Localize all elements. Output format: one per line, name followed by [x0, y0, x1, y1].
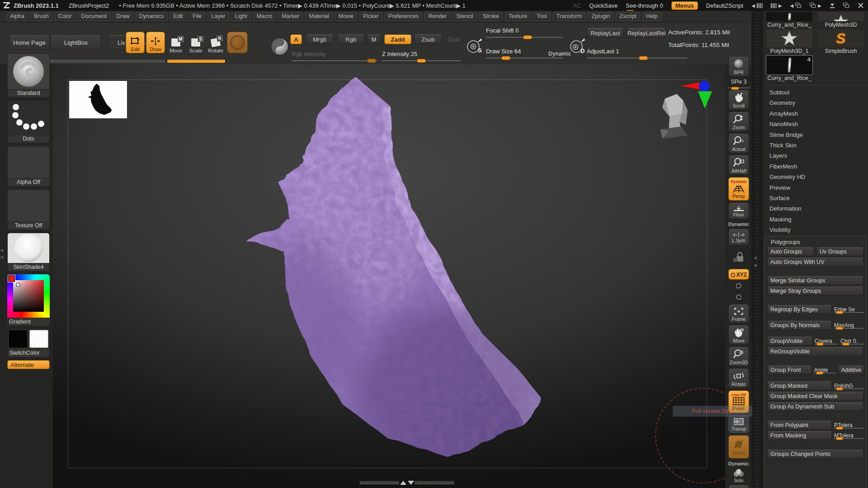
xpose-button[interactable]: Xpose — [728, 485, 749, 488]
subpalette-header[interactable]: Layers — [763, 150, 868, 161]
from-polypaint-button[interactable]: From Polypaint — [767, 421, 832, 430]
menu-item[interactable]: Light — [231, 12, 251, 21]
subpalette-header[interactable]: Geometry HD — [763, 172, 868, 182]
palette-cycle-left[interactable]: ◀ — [790, 3, 802, 8]
aahalf-button[interactable]: AAHalf — [728, 155, 749, 175]
spix-slider[interactable]: SPix 3 — [727, 79, 750, 88]
menu-item[interactable]: Edit — [170, 12, 187, 21]
menu-item[interactable]: Render — [425, 12, 450, 21]
transp-button[interactable]: Transp — [728, 415, 749, 433]
menu-item[interactable]: Stroke — [479, 12, 503, 21]
scrubber-texture[interactable] — [359, 481, 399, 485]
z-intensity-handle[interactable] — [417, 59, 426, 63]
menu-item[interactable]: Dynamics — [136, 12, 168, 21]
switchcolor-label[interactable]: SwitchColor — [8, 349, 49, 357]
move-button[interactable]: M Move — [166, 31, 185, 53]
floor-button[interactable]: Floor — [728, 203, 749, 219]
sculpted-mesh[interactable] — [207, 64, 613, 480]
merge-similar-groups-button[interactable]: Merge Similar Groups — [767, 276, 863, 285]
menu-item[interactable]: Tool — [533, 12, 551, 21]
zoom-button[interactable]: Zoom — [728, 112, 749, 131]
subpalette-header[interactable]: Masking — [763, 214, 868, 225]
draw-button[interactable]: Draw — [146, 32, 165, 53]
persp-button[interactable]: Dynamic Persp — [728, 177, 749, 201]
replay-last-button[interactable]: ReplayLast — [587, 28, 624, 38]
xyz-constraint-button[interactable]: XYZ — [728, 269, 749, 280]
rotate-button[interactable]: R Rotate — [206, 31, 225, 53]
focal-shift-icon[interactable]: S — [465, 36, 484, 55]
scale-button[interactable]: S Scale — [186, 31, 205, 53]
see-through-slider[interactable]: See-through 0 — [626, 2, 663, 9]
slider-handle[interactable] — [816, 343, 824, 346]
actual-button[interactable]: x1 Actual — [728, 134, 749, 153]
transparency-lock-button[interactable] — [728, 248, 749, 267]
regroup-by-edges-button[interactable]: Regroup By Edges — [767, 305, 832, 314]
subpalette-header[interactable]: Visibility — [763, 225, 868, 235]
merge-stray-groups-button[interactable]: Merge Stray Groups — [767, 286, 863, 296]
adjust-last-slider[interactable]: AdjustLast 1 — [587, 48, 687, 60]
close-button[interactable] — [858, 3, 863, 8]
stroke-picker[interactable]: Dots — [7, 100, 50, 143]
cluster-slider[interactable]: Clstr 0. — [840, 337, 864, 344]
menu-item[interactable]: Document — [78, 12, 111, 21]
rgb-intensity-handle[interactable] — [367, 59, 376, 63]
menu-item[interactable]: Help — [642, 12, 661, 21]
material-picker[interactable]: SkinShade4 — [7, 233, 50, 272]
menu-item[interactable]: Stencil — [453, 12, 477, 21]
switch-color[interactable]: SwitchColor — [7, 328, 50, 357]
a-toggle-button[interactable]: A — [290, 34, 302, 44]
subpalette-header[interactable]: Surface — [763, 193, 868, 203]
draw-size-handle[interactable] — [501, 56, 510, 60]
bpr-button[interactable]: BPR — [728, 57, 749, 76]
z-rotate-button[interactable] — [728, 293, 749, 302]
frame-button[interactable]: Frame — [728, 305, 749, 323]
uv-groups-button[interactable]: Uv Groups — [816, 247, 863, 256]
subpalette-header[interactable]: Thick Skin — [763, 140, 868, 150]
menu-item[interactable]: Layer — [208, 12, 229, 21]
menu-item[interactable]: Draw — [113, 12, 133, 21]
subpalette-header[interactable]: Preview — [763, 183, 868, 193]
subpalette-header[interactable]: NanoMesh — [763, 119, 868, 129]
default-zscript-button[interactable]: DefaultZScript — [706, 2, 743, 9]
gradient-label[interactable]: Gradient — [7, 318, 50, 326]
tray-toggle-left[interactable]: ◀ — [751, 3, 763, 8]
main-color-swatch[interactable] — [9, 330, 28, 348]
tool-item[interactable]: Curry_and_Rice_ — [765, 12, 814, 28]
group-visible-button[interactable]: GroupVisible — [767, 337, 812, 346]
menus-button[interactable]: Menus — [671, 1, 698, 10]
menu-item[interactable]: Texture — [505, 12, 531, 21]
m-tolerance-slider[interactable]: MTolera — [834, 431, 864, 439]
menu-item[interactable]: File — [189, 12, 205, 21]
subpalette-header[interactable]: ArrayMesh — [763, 108, 868, 119]
viewport-canvas[interactable] — [53, 64, 725, 488]
menu-item[interactable]: Zplugin — [588, 12, 613, 21]
spix-handle[interactable] — [731, 87, 739, 90]
group-masked-button[interactable]: Group Masked — [767, 381, 832, 390]
y-rotate-button[interactable] — [728, 282, 749, 291]
right-tray-divider[interactable]: « » — [751, 11, 763, 488]
edit-button[interactable]: Edit — [126, 32, 145, 53]
alternate-button[interactable]: Alternate — [7, 360, 50, 369]
tray-toggle-right[interactable]: ▶ — [771, 3, 782, 8]
secondary-color-swatch[interactable] — [29, 330, 48, 348]
auto-groups-button[interactable]: Auto Groups — [767, 247, 814, 256]
y-axis-arrow[interactable] — [698, 91, 712, 108]
scroll-button[interactable]: Scroll — [728, 90, 749, 110]
rgb-button[interactable]: Rgb — [337, 34, 364, 44]
menu-item[interactable]: Movie — [335, 12, 357, 21]
local-symmetry-button[interactable]: L.Sym — [728, 229, 749, 245]
slider-handle[interactable] — [836, 387, 843, 390]
dynamic-mode-icon[interactable]: D — [568, 36, 587, 55]
texture-picker[interactable]: Texture Off — [7, 189, 50, 230]
menu-item[interactable]: Brush — [30, 12, 52, 21]
color-picker[interactable]: Gradient — [7, 274, 50, 326]
focal-shift-handle[interactable] — [523, 35, 532, 39]
menu-item[interactable]: Preferences — [385, 12, 422, 21]
tray-expand-arrow[interactable]: » — [754, 262, 757, 268]
z-intensity-slider[interactable]: Z Intensity 25 — [382, 51, 461, 62]
brush-picker[interactable]: Standard — [7, 53, 50, 98]
slider-handle[interactable] — [836, 427, 843, 430]
tray-collapse-arrow[interactable]: « — [754, 255, 757, 261]
zoom3d-button[interactable]: Zoom3D — [728, 347, 749, 366]
slider-handle[interactable] — [816, 371, 823, 375]
